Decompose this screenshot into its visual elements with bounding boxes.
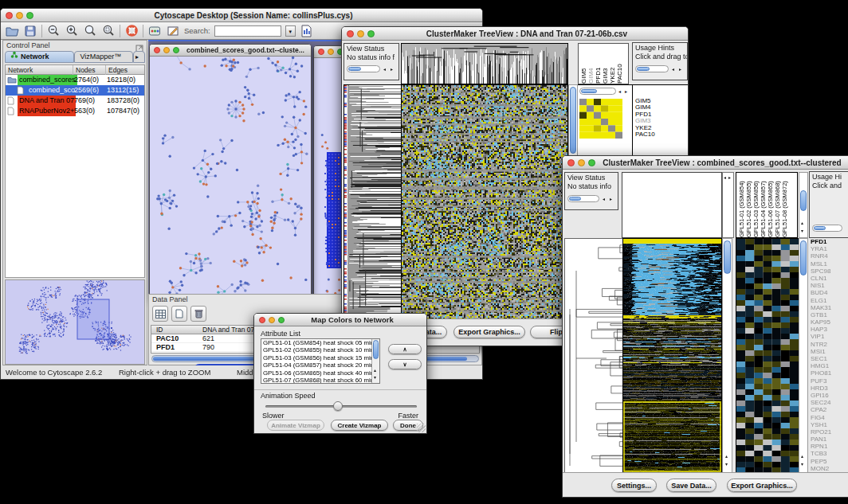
network-name[interactable]: combined_scores xyxy=(18,75,77,85)
column-label[interactable]: PFD1 xyxy=(595,45,602,84)
annotation-icon[interactable] xyxy=(166,24,180,37)
scroll-right-icon[interactable]: ▸ xyxy=(391,67,393,72)
col-nodes[interactable]: Nodes xyxy=(73,65,105,75)
move-down-button[interactable]: ∨ xyxy=(388,359,422,369)
scroll-right-icon[interactable]: ▸ xyxy=(610,197,612,202)
gene-label[interactable]: MSL1 xyxy=(809,260,848,268)
table-row[interactable]: DNA and Tran 07769(0)183728(0) xyxy=(6,96,144,106)
scroll-left-icon[interactable]: ◂ xyxy=(724,175,726,181)
row-label[interactable]: PAC10 xyxy=(635,131,655,138)
gene-label[interactable]: MAK31 xyxy=(809,304,848,311)
gene-label[interactable]: NTR2 xyxy=(809,341,848,348)
scroll-thumb[interactable] xyxy=(637,67,650,71)
new-attribute-icon[interactable] xyxy=(171,306,187,322)
gene-label[interactable]: HMG1 xyxy=(809,362,848,369)
gene-label[interactable]: HRD3 xyxy=(809,385,848,392)
column-label[interactable]: GPL51-02 (GSM855) xyxy=(745,174,752,237)
scroll-thumb[interactable] xyxy=(800,190,807,211)
report-icon[interactable] xyxy=(300,24,314,37)
mini-heatmap-canvas[interactable] xyxy=(579,99,622,139)
birdseye-canvas[interactable] xyxy=(6,280,146,364)
scroll-thumb[interactable] xyxy=(814,226,826,230)
plugin-icon[interactable] xyxy=(147,24,162,37)
scroll-thumb[interactable] xyxy=(570,87,576,154)
delete-attribute-icon[interactable] xyxy=(190,306,206,322)
zoom-vscrollbar[interactable]: ▴ ▾ xyxy=(799,238,808,474)
gene-label[interactable]: BUD4 xyxy=(809,289,848,296)
list-item[interactable]: GPL51-02 (GSM855) heat shock 10 min xyxy=(261,346,371,354)
zoom-window-icon[interactable] xyxy=(173,47,179,53)
gene-label[interactable]: RPO21 xyxy=(809,428,848,436)
zoom-selected-icon[interactable] xyxy=(101,24,116,37)
view-status-scrollbar[interactable] xyxy=(347,65,380,72)
column-label[interactable]: YKE2 xyxy=(609,45,616,84)
list-item[interactable]: GPL51-03 (GSM856) heat shock 15 min xyxy=(261,354,371,361)
tree-scroll-strip[interactable]: ◂ ▸ xyxy=(722,172,734,238)
table-row[interactable]: RNAPuberNov2+563(0)107847(0) xyxy=(6,106,144,116)
gene-label[interactable]: YSH1 xyxy=(809,421,848,428)
scroll-left-icon[interactable]: ◂ xyxy=(383,67,386,72)
gene-label[interactable]: YRA1 xyxy=(809,245,848,252)
minimize-icon[interactable] xyxy=(578,159,585,166)
scroll-thumb[interactable] xyxy=(581,89,597,93)
gene-label[interactable]: RNR4 xyxy=(809,252,848,260)
animate-vizmap-button[interactable]: Animate Vizmap xyxy=(267,420,324,431)
close-icon[interactable] xyxy=(567,159,575,166)
scroll-thumb[interactable] xyxy=(373,340,379,359)
gene-label[interactable]: SEC24 xyxy=(809,399,848,406)
column-label[interactable]: GPL51-03 (GSM856) xyxy=(752,174,760,237)
gene-label[interactable]: SEC1 xyxy=(809,355,848,362)
select-attributes-icon[interactable] xyxy=(152,306,168,322)
create-vizmap-button[interactable]: Create Vizmap xyxy=(331,420,388,431)
close-icon[interactable] xyxy=(347,30,354,37)
gene-label[interactable]: PHO81 xyxy=(809,369,848,377)
close-icon[interactable] xyxy=(154,47,160,53)
gene-label[interactable]: CLN1 xyxy=(809,275,848,282)
column-dendrogram-canvas[interactable] xyxy=(401,43,568,84)
save-data-button[interactable]: Save Data... xyxy=(666,479,716,492)
gene-dendrogram-canvas[interactable] xyxy=(564,238,623,474)
zoom-fit-icon[interactable] xyxy=(83,24,97,37)
column-label[interactable]: GPL51-01 (GSM854) xyxy=(738,174,745,237)
network-window-titlebar[interactable]: combined_scores_good.txt--cluste... xyxy=(150,45,311,57)
treeview-combined-titlebar[interactable]: ClusterMaker TreeView : combined_scores_… xyxy=(563,156,848,170)
scroll-down-icon[interactable]: ▾ xyxy=(374,375,376,381)
list-item[interactable]: GPL51-01 (GSM854) heat shock 05 min xyxy=(261,339,371,346)
scroll-down-icon[interactable]: ▾ xyxy=(801,229,803,234)
network-name[interactable]: combined_sco xyxy=(27,85,77,96)
close-icon[interactable] xyxy=(318,49,324,55)
gene-label[interactable]: TCB3 xyxy=(809,450,848,457)
scroll-left-icon[interactable]: ◂ xyxy=(618,89,621,95)
column-label[interactable]: GIM5 xyxy=(580,45,587,84)
array-label-scrollbar[interactable]: ▴ ▾ xyxy=(799,172,808,238)
column-label[interactable]: PAC10 xyxy=(616,45,623,84)
gene-label[interactable]: VIP1 xyxy=(809,333,848,340)
minimize-icon[interactable] xyxy=(16,12,23,19)
treeview-dna-titlebar[interactable]: ClusterMaker TreeView : DNA and Tran 07-… xyxy=(342,27,688,41)
scroll-up-icon[interactable]: ▴ xyxy=(801,454,803,459)
settings-button[interactable]: Settings... xyxy=(611,479,657,492)
export-graphics-button[interactable]: Export Graphics... xyxy=(727,479,797,492)
global-heatmap-canvas[interactable] xyxy=(622,238,722,474)
heatmap-canvas[interactable] xyxy=(401,84,568,322)
tab-overflow-arrow[interactable]: ▸ xyxy=(133,51,145,63)
col-edges[interactable]: Edges xyxy=(105,65,145,75)
col-id[interactable]: ID xyxy=(156,326,163,334)
column-label[interactable]: GPL51-07 (GSM868) xyxy=(774,174,781,237)
resize-grip[interactable] xyxy=(417,424,426,432)
usage-hints-scrollbar[interactable] xyxy=(812,225,842,232)
col-network[interactable]: Network xyxy=(6,65,73,75)
zoom-window-icon[interactable] xyxy=(278,317,285,323)
column-tree-area[interactable] xyxy=(622,172,722,238)
scroll-left-icon[interactable]: ◂ xyxy=(672,67,674,72)
scroll-thumb[interactable] xyxy=(348,67,361,71)
birdseye-view[interactable] xyxy=(5,279,145,365)
gene-label[interactable]: CPA2 xyxy=(809,406,848,413)
scroll-right-icon[interactable]: ▸ xyxy=(625,89,627,95)
tab-network[interactable]: Network xyxy=(5,51,74,63)
open-file-icon[interactable] xyxy=(5,24,19,37)
search-input[interactable] xyxy=(214,25,281,37)
gene-label[interactable]: SPC98 xyxy=(809,268,848,275)
export-graphics-button[interactable]: Export Graphics... xyxy=(453,326,525,338)
gene-label[interactable]: PFD1 xyxy=(809,238,848,245)
